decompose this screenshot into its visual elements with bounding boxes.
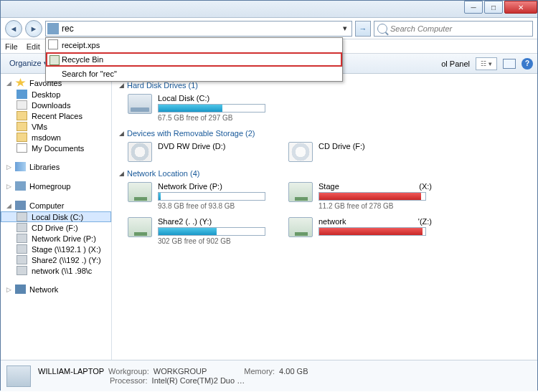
netdrive-icon xyxy=(128,182,152,202)
computer-group[interactable]: ◢Computer xyxy=(1,199,111,211)
capacity-bar xyxy=(158,192,265,201)
sidebar-item-local-disk[interactable]: Local Disk (C:) xyxy=(1,211,111,222)
sidebar-item-msdown[interactable]: msdown xyxy=(1,132,111,143)
sidebar-item-mydocs[interactable]: My Documents xyxy=(1,143,111,153)
computer-icon-large xyxy=(6,365,31,387)
go-button[interactable]: → xyxy=(355,21,371,37)
drive-local-c[interactable]: Local Disk (C:) 67.5 GB free of 297 GB xyxy=(128,94,271,122)
menu-file[interactable]: File xyxy=(5,42,18,51)
drive-cd[interactable]: CD Drive (F:) xyxy=(288,142,432,162)
sidebar-item-stage[interactable]: Stage (\\192.1 ) (X:) xyxy=(1,244,111,254)
close-button[interactable]: ✕ xyxy=(504,1,537,14)
suggestion-item[interactable]: receipt.xps xyxy=(46,38,342,52)
back-button[interactable]: ◄ xyxy=(5,20,22,37)
sidebar-item-cd-drive[interactable]: CD Drive (F:) xyxy=(1,222,111,233)
section-hard-disk[interactable]: ◢Hard Disk Drives (1) xyxy=(119,81,530,90)
netdrive-icon xyxy=(288,217,313,237)
network-group[interactable]: ▷Network xyxy=(1,283,111,295)
help-button[interactable]: ? xyxy=(522,58,533,70)
netdrive-icon xyxy=(16,255,27,264)
sidebar-item-netdrive-p[interactable]: Network Drive (P:) xyxy=(1,233,111,244)
folder-icon xyxy=(16,122,27,131)
folder-icon xyxy=(16,133,27,142)
drive-dvd[interactable]: DVD RW Drive (D:) xyxy=(128,142,271,162)
sidebar-item-recent[interactable]: Recent Places xyxy=(1,110,111,121)
minimize-button[interactable]: ─ xyxy=(464,1,483,14)
netdrive-icon xyxy=(16,266,27,275)
drive-net-p[interactable]: Network Drive (P:) 93.8 GB free of 93.8 … xyxy=(128,182,271,210)
section-network-location[interactable]: ◢Network Location (4) xyxy=(119,169,530,178)
homegroup-icon xyxy=(15,181,26,191)
libraries-group[interactable]: ▷Libraries xyxy=(1,161,111,173)
location-icon xyxy=(47,23,59,34)
section-removable[interactable]: ◢Devices with Removable Storage (2) xyxy=(119,129,530,138)
address-input[interactable] xyxy=(62,22,340,35)
preview-pane-button[interactable] xyxy=(503,59,516,69)
hdd-icon xyxy=(128,94,152,114)
drive-network-z[interactable]: network'(Z:) xyxy=(288,217,432,245)
title-bar: ─ □ ✕ xyxy=(1,1,537,18)
navigation-pane: ◢Favorites Desktop Downloads Recent Plac… xyxy=(1,74,112,360)
suggestion-item-search[interactable]: Search for "rec" xyxy=(46,67,342,81)
sidebar-item-network-drive[interactable]: network (\\1 .98\c xyxy=(1,265,111,276)
document-icon xyxy=(48,39,58,49)
dvd-icon xyxy=(128,142,152,162)
toolbar-text-partial: ol Panel xyxy=(441,59,470,68)
search-icon xyxy=(377,24,387,34)
drive-stage[interactable]: Stage(X:) 11.2 GB free of 278 GB xyxy=(288,182,432,210)
libraries-icon xyxy=(15,162,26,171)
machine-name: WILLIAM-LAPTOP xyxy=(38,367,104,376)
nav-row: ◄ ► ▾ receipt.xps Recycle Bin Search for… xyxy=(1,18,537,39)
network-icon xyxy=(15,285,26,294)
netdrive-icon xyxy=(288,182,313,202)
recycle-bin-icon xyxy=(49,55,60,65)
capacity-bar xyxy=(318,192,426,201)
sidebar-item-downloads[interactable]: Downloads xyxy=(1,100,111,110)
menu-edit[interactable]: Edit xyxy=(27,42,40,51)
netdrive-icon xyxy=(16,234,27,243)
netdrive-icon xyxy=(128,217,152,237)
content-pane: ◢Hard Disk Drives (1) Local Disk (C:) 67… xyxy=(112,74,537,360)
forward-button[interactable]: ► xyxy=(25,20,42,37)
view-options-button[interactable]: ☷ ▾ xyxy=(476,57,497,70)
sidebar-item-vms[interactable]: VMs xyxy=(1,121,111,132)
sidebar-item-desktop[interactable]: Desktop xyxy=(1,89,111,100)
computer-icon xyxy=(15,201,26,210)
address-suggestions: receipt.xps Recycle Bin Search for "rec" xyxy=(45,37,343,82)
drive-share2[interactable]: Share2 (. .) (Y:) 302 GB free of 902 GB xyxy=(128,217,271,245)
downloads-icon xyxy=(16,100,27,110)
disk-icon xyxy=(16,212,27,221)
maximize-button[interactable]: □ xyxy=(484,1,503,14)
suggestion-item-recycle-bin[interactable]: Recycle Bin xyxy=(46,52,342,67)
address-bar[interactable]: ▾ receipt.xps Recycle Bin Search for "re… xyxy=(45,21,352,37)
details-pane: WILLIAM-LAPTOP Workgroup: WORKGROUP Memo… xyxy=(1,360,537,391)
star-icon xyxy=(15,78,26,87)
search-placeholder: Search Computer xyxy=(390,24,452,33)
address-dropdown-button[interactable]: ▾ xyxy=(340,24,350,33)
cd-icon xyxy=(288,142,313,162)
capacity-bar xyxy=(158,227,265,236)
folder-icon xyxy=(16,111,27,120)
netdrive-icon xyxy=(16,244,27,254)
capacity-bar xyxy=(158,104,265,113)
cd-icon xyxy=(16,223,27,232)
documents-icon xyxy=(16,143,27,153)
search-box[interactable]: Search Computer xyxy=(374,21,533,37)
homegroup-group[interactable]: ▷Homegroup xyxy=(1,180,111,192)
desktop-icon xyxy=(16,90,27,99)
sidebar-item-share2[interactable]: Share2 (\\192 .) (Y:) xyxy=(1,254,111,265)
capacity-bar xyxy=(318,227,426,236)
